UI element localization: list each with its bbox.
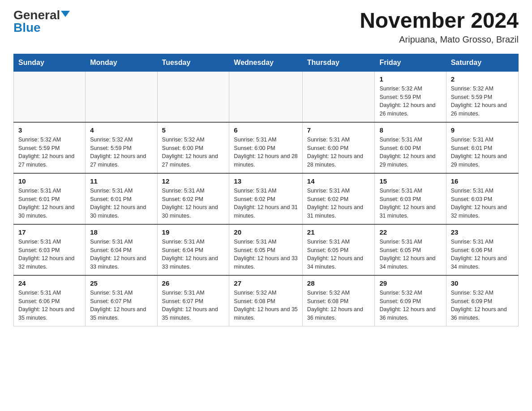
day-info: Sunrise: 5:31 AMSunset: 6:05 PMDaylight:… [307, 238, 370, 271]
day-info: Sunrise: 5:32 AMSunset: 6:09 PMDaylight:… [379, 289, 441, 322]
day-info: Sunrise: 5:31 AMSunset: 6:00 PMDaylight:… [234, 136, 297, 169]
calendar-header-row: Sunday Monday Tuesday Wednesday Thursday… [14, 54, 519, 71]
day-number: 6 [234, 126, 297, 134]
calendar-week-row: 24Sunrise: 5:31 AMSunset: 6:06 PMDayligh… [14, 275, 519, 326]
calendar-week-row: 17Sunrise: 5:31 AMSunset: 6:03 PMDayligh… [14, 224, 519, 275]
day-number: 30 [451, 279, 514, 287]
day-number: 25 [90, 279, 152, 287]
day-number: 14 [307, 177, 370, 185]
table-row: 11Sunrise: 5:31 AMSunset: 6:01 PMDayligh… [86, 173, 157, 224]
table-row: 30Sunrise: 5:32 AMSunset: 6:09 PMDayligh… [446, 275, 518, 326]
day-info: Sunrise: 5:31 AMSunset: 6:03 PMDaylight:… [379, 187, 441, 220]
day-info: Sunrise: 5:31 AMSunset: 6:06 PMDaylight:… [18, 289, 81, 322]
table-row: 21Sunrise: 5:31 AMSunset: 6:05 PMDayligh… [302, 224, 375, 275]
table-row: 9Sunrise: 5:31 AMSunset: 6:01 PMDaylight… [446, 122, 518, 173]
day-number: 13 [234, 177, 297, 185]
day-number: 9 [451, 126, 514, 134]
table-row: 28Sunrise: 5:32 AMSunset: 6:08 PMDayligh… [302, 275, 375, 326]
table-row [86, 71, 157, 122]
day-info: Sunrise: 5:32 AMSunset: 5:59 PMDaylight:… [18, 136, 81, 169]
day-info: Sunrise: 5:31 AMSunset: 6:04 PMDaylight:… [162, 238, 225, 271]
calendar-title: November 2024 [360, 9, 519, 33]
day-info: Sunrise: 5:31 AMSunset: 6:07 PMDaylight:… [90, 289, 152, 322]
day-info: Sunrise: 5:32 AMSunset: 6:08 PMDaylight:… [307, 289, 370, 322]
table-row: 1Sunrise: 5:32 AMSunset: 5:59 PMDaylight… [375, 71, 446, 122]
day-info: Sunrise: 5:31 AMSunset: 6:03 PMDaylight:… [451, 187, 514, 220]
day-info: Sunrise: 5:32 AMSunset: 6:00 PMDaylight:… [162, 136, 225, 169]
day-info: Sunrise: 5:31 AMSunset: 6:00 PMDaylight:… [379, 136, 441, 169]
day-number: 24 [18, 279, 81, 287]
day-number: 5 [162, 126, 225, 134]
header-sunday: Sunday [14, 54, 86, 71]
table-row: 24Sunrise: 5:31 AMSunset: 6:06 PMDayligh… [14, 275, 86, 326]
day-info: Sunrise: 5:31 AMSunset: 6:07 PMDaylight:… [162, 289, 225, 322]
table-row: 22Sunrise: 5:31 AMSunset: 6:05 PMDayligh… [375, 224, 446, 275]
day-info: Sunrise: 5:32 AMSunset: 5:59 PMDaylight:… [90, 136, 152, 169]
header-tuesday: Tuesday [157, 54, 229, 71]
day-info: Sunrise: 5:31 AMSunset: 6:05 PMDaylight:… [234, 238, 297, 271]
table-row: 3Sunrise: 5:32 AMSunset: 5:59 PMDaylight… [14, 122, 86, 173]
table-row: 16Sunrise: 5:31 AMSunset: 6:03 PMDayligh… [446, 173, 518, 224]
header-wednesday: Wednesday [229, 54, 302, 71]
day-info: Sunrise: 5:31 AMSunset: 6:02 PMDaylight:… [234, 187, 297, 220]
table-row: 20Sunrise: 5:31 AMSunset: 6:05 PMDayligh… [229, 224, 302, 275]
table-row: 19Sunrise: 5:31 AMSunset: 6:04 PMDayligh… [157, 224, 229, 275]
day-number: 2 [451, 75, 514, 83]
table-row: 27Sunrise: 5:32 AMSunset: 6:08 PMDayligh… [229, 275, 302, 326]
table-row: 17Sunrise: 5:31 AMSunset: 6:03 PMDayligh… [14, 224, 86, 275]
day-number: 22 [379, 228, 441, 236]
day-number: 21 [307, 228, 370, 236]
logo: General Blue [13, 9, 70, 34]
day-number: 27 [234, 279, 297, 287]
header-thursday: Thursday [302, 54, 375, 71]
header-friday: Friday [375, 54, 446, 71]
calendar-week-row: 3Sunrise: 5:32 AMSunset: 5:59 PMDaylight… [14, 122, 519, 173]
table-row: 14Sunrise: 5:31 AMSunset: 6:02 PMDayligh… [302, 173, 375, 224]
table-row: 23Sunrise: 5:31 AMSunset: 6:06 PMDayligh… [446, 224, 518, 275]
logo-blue-text: Blue [13, 21, 41, 34]
day-number: 16 [451, 177, 514, 185]
day-number: 7 [307, 126, 370, 134]
header-monday: Monday [86, 54, 157, 71]
table-row: 5Sunrise: 5:32 AMSunset: 6:00 PMDaylight… [157, 122, 229, 173]
table-row: 10Sunrise: 5:31 AMSunset: 6:01 PMDayligh… [14, 173, 86, 224]
day-number: 19 [162, 228, 225, 236]
day-number: 4 [90, 126, 152, 134]
table-row: 12Sunrise: 5:31 AMSunset: 6:02 PMDayligh… [157, 173, 229, 224]
day-info: Sunrise: 5:31 AMSunset: 6:03 PMDaylight:… [18, 238, 81, 271]
day-number: 18 [90, 228, 152, 236]
day-number: 8 [379, 126, 441, 134]
calendar-week-row: 10Sunrise: 5:31 AMSunset: 6:01 PMDayligh… [14, 173, 519, 224]
logo-triangle-icon [61, 11, 70, 17]
day-info: Sunrise: 5:31 AMSunset: 6:01 PMDaylight:… [90, 187, 152, 220]
table-row: 6Sunrise: 5:31 AMSunset: 6:00 PMDaylight… [229, 122, 302, 173]
day-number: 29 [379, 279, 441, 287]
day-info: Sunrise: 5:31 AMSunset: 6:04 PMDaylight:… [90, 238, 152, 271]
day-number: 1 [379, 75, 441, 83]
day-info: Sunrise: 5:31 AMSunset: 6:06 PMDaylight:… [451, 238, 514, 271]
calendar-week-row: 1Sunrise: 5:32 AMSunset: 5:59 PMDaylight… [14, 71, 519, 122]
day-number: 12 [162, 177, 225, 185]
table-row: 29Sunrise: 5:32 AMSunset: 6:09 PMDayligh… [375, 275, 446, 326]
table-row: 13Sunrise: 5:31 AMSunset: 6:02 PMDayligh… [229, 173, 302, 224]
day-info: Sunrise: 5:31 AMSunset: 6:05 PMDaylight:… [379, 238, 441, 271]
day-info: Sunrise: 5:31 AMSunset: 6:01 PMDaylight:… [451, 136, 514, 169]
day-number: 11 [90, 177, 152, 185]
header-saturday: Saturday [446, 54, 518, 71]
day-number: 17 [18, 228, 81, 236]
table-row [157, 71, 229, 122]
table-row: 8Sunrise: 5:31 AMSunset: 6:00 PMDaylight… [375, 122, 446, 173]
title-block: November 2024 Aripuana, Mato Grosso, Bra… [360, 9, 519, 45]
table-row: 2Sunrise: 5:32 AMSunset: 5:59 PMDaylight… [446, 71, 518, 122]
day-number: 23 [451, 228, 514, 236]
page-header: General Blue November 2024 Aripuana, Mat… [13, 9, 519, 45]
day-info: Sunrise: 5:32 AMSunset: 5:59 PMDaylight:… [451, 85, 514, 118]
calendar-subtitle: Aripuana, Mato Grosso, Brazil [360, 34, 519, 45]
table-row: 15Sunrise: 5:31 AMSunset: 6:03 PMDayligh… [375, 173, 446, 224]
table-row: 26Sunrise: 5:31 AMSunset: 6:07 PMDayligh… [157, 275, 229, 326]
day-info: Sunrise: 5:31 AMSunset: 6:02 PMDaylight:… [307, 187, 370, 220]
day-number: 3 [18, 126, 81, 134]
table-row: 4Sunrise: 5:32 AMSunset: 5:59 PMDaylight… [86, 122, 157, 173]
day-info: Sunrise: 5:31 AMSunset: 6:00 PMDaylight:… [307, 136, 370, 169]
table-row: 18Sunrise: 5:31 AMSunset: 6:04 PMDayligh… [86, 224, 157, 275]
